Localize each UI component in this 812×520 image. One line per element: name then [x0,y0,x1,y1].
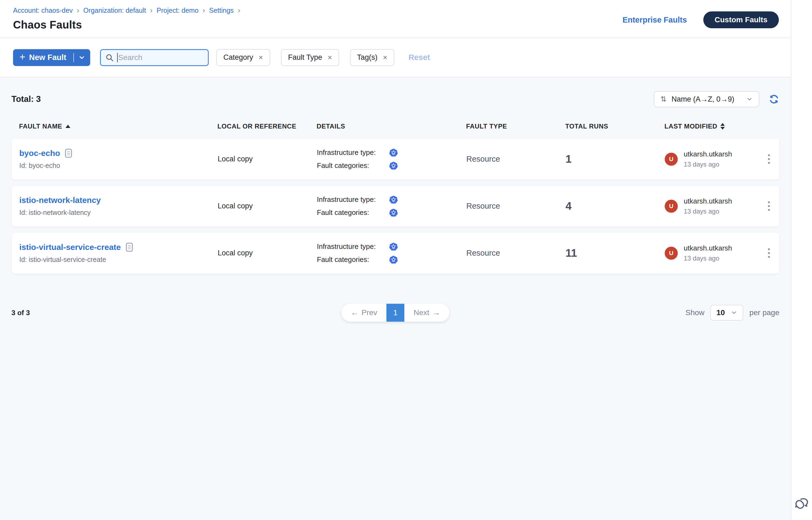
list-controls-right: ⇅ Name (A→Z, 0→9) [654,91,779,107]
text-caret [117,53,118,62]
modified-by-label: utkarsh.utkarsh [684,244,732,252]
filter-chip-label: Fault Type [288,53,322,62]
last-modified-cell: U utkarsh.utkarsh 13 days ago [665,244,774,262]
details-cell: Infrastructure type: [317,148,466,170]
new-fault-dropdown-toggle[interactable] [73,49,90,66]
column-header-local-or-reference: LOCAL OR REFERENCE [218,123,316,130]
details-cell: Infrastructure type: [317,242,466,264]
fault-type-cell: Resource [466,155,565,163]
breadcrumb-item[interactable]: Settings › [209,6,244,15]
row-menu-button[interactable] [764,152,774,166]
avatar: U [665,247,678,260]
filter-chip[interactable]: Tag(s) × [350,49,394,66]
kubernetes-icon [389,255,398,264]
infrastructure-type-label: Infrastructure type: [317,196,389,204]
breadcrumb-separator: › [203,7,205,14]
next-page-button[interactable]: Next → [404,304,450,322]
chip-close-icon[interactable]: × [259,54,263,61]
fault-categories-label: Fault categories: [317,208,389,217]
last-modified-cell: U utkarsh.utkarsh 13 days ago [665,150,774,168]
breadcrumb-item-label: Settings [209,6,234,15]
breadcrumb-item-label: Project: demo [156,6,198,15]
app-root: Account: chaos-dev › Organization: defau… [0,0,812,520]
reset-filters-button[interactable]: Reset [408,53,430,62]
enterprise-faults-link[interactable]: Enterprise Faults [623,16,687,24]
custom-faults-button[interactable]: Custom Faults [703,11,779,28]
fault-name-cell: istio-virtual-service-create Id: istio-v… [19,243,218,263]
modified-ago-label: 13 days ago [684,208,732,215]
row-menu-button[interactable] [764,245,774,261]
breadcrumb-item[interactable]: Project: demo › [156,6,209,15]
fault-name-link[interactable]: istio-network-latency [19,196,101,205]
column-header-fault-name[interactable]: FAULT NAME [19,123,218,130]
sort-ascending-icon [66,125,70,128]
fault-name-cell: byoc-echo Id: byoc-echo [19,149,218,170]
sort-dropdown[interactable]: ⇅ Name (A→Z, 0→9) [654,91,759,107]
search-input[interactable] [118,53,204,62]
new-fault-split-button: + New Fault [13,49,90,66]
filter-chip[interactable]: Fault Type × [281,49,339,66]
content-area: Total: 3 ⇅ Name (A→Z, 0→9) [0,77,791,520]
breadcrumb-item-label: Organization: default [83,6,146,15]
table-header-row: FAULT NAME LOCAL OR REFERENCE DETAILS FA… [11,123,779,130]
kubernetes-icon [389,161,398,170]
fault-categories-label: Fault categories: [317,255,389,264]
page-size-dropdown[interactable]: 10 [710,305,743,320]
prev-page-button[interactable]: ← Prev [341,304,386,322]
breadcrumb-separator: › [150,7,152,14]
fault-name-link[interactable]: istio-virtual-service-create [19,243,121,252]
breadcrumb-separator: › [77,7,79,14]
sort-arrows-icon: ⇅ [660,95,667,104]
fault-id-label: Id: istio-virtual-service-create [19,256,218,263]
header-actions: Enterprise Faults Custom Faults [623,11,779,28]
chip-close-icon[interactable]: × [328,54,332,61]
breadcrumb-separator: › [238,7,240,14]
total-runs-cell: 1 [565,153,665,165]
fault-name-link[interactable]: byoc-echo [19,149,60,158]
filter-chip[interactable]: Category × [216,49,270,66]
search-box [100,49,209,66]
page-size-value: 10 [716,308,725,317]
fault-id-label: Id: byoc-echo [19,162,218,170]
pagination-pill: ← Prev 1 Next → [341,304,449,322]
help-chat-button[interactable] [794,495,811,513]
new-fault-button[interactable]: + New Fault [13,49,73,66]
pagination-row: 3 of 3 ← Prev 1 Next → [11,304,779,322]
kubernetes-icon [389,196,398,204]
column-header-last-modified[interactable]: LAST MODIFIED [664,123,774,130]
refresh-button[interactable] [768,94,779,105]
page-number-button[interactable]: 1 [386,304,404,322]
table-row[interactable]: istio-virtual-service-create Id: istio-v… [11,232,779,274]
fault-name-cell: istio-network-latency Id: istio-network-… [19,196,218,216]
local-or-reference-cell: Local copy [218,249,317,257]
table-row[interactable]: byoc-echo Id: byoc-echo Local co [11,138,779,180]
chip-close-icon[interactable]: × [383,54,387,61]
fault-categories-label: Fault categories: [317,161,389,170]
button-divider [73,53,74,62]
total-runs-cell: 11 [565,247,665,259]
total-count-label: Total: 3 [11,94,41,104]
modified-ago-label: 13 days ago [684,161,732,168]
sort-dropdown-value: Name (A→Z, 0→9) [671,95,734,104]
list-controls: Total: 3 ⇅ Name (A→Z, 0→9) [11,91,779,107]
column-header-total-runs: TOTAL RUNS [565,123,664,130]
chevron-down-icon [746,96,753,102]
breadcrumb-item[interactable]: Account: chaos-dev › [13,6,83,15]
breadcrumb-item[interactable]: Organization: default › [83,6,157,15]
fault-doc-icon[interactable] [65,149,72,158]
fault-doc-icon[interactable] [126,243,133,252]
table-row[interactable]: istio-network-latency Id: istio-network-… [11,185,779,227]
last-modified-cell: U utkarsh.utkarsh 13 days ago [665,197,774,215]
chevron-down-icon [78,54,85,61]
per-page-label: per page [749,308,779,317]
sort-both-icon [720,123,725,130]
fault-type-cell: Resource [466,202,565,211]
arrow-left-icon: ← [351,308,358,317]
pagination-summary: 3 of 3 [11,309,163,317]
details-cell: Infrastructure type: [317,196,466,217]
modified-by-label: utkarsh.utkarsh [684,150,732,158]
avatar: U [665,200,678,213]
column-header-details: DETAILS [316,123,466,130]
row-menu-button[interactable] [764,199,774,213]
infrastructure-type-label: Infrastructure type: [317,242,389,251]
